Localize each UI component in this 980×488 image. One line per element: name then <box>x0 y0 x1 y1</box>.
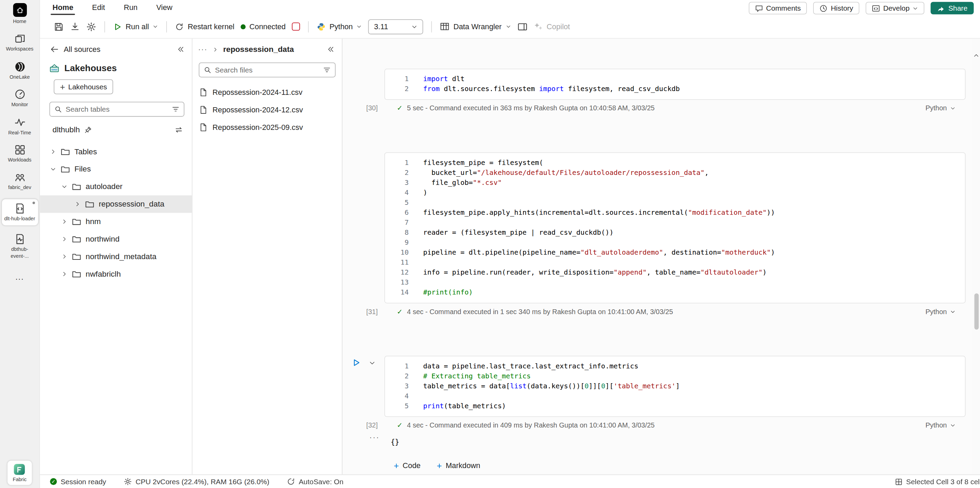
code-line[interactable]: 13 <box>385 278 965 288</box>
code-text[interactable]: info = pipeline.run(reader, write_dispos… <box>423 268 767 278</box>
tab-home[interactable]: Home <box>51 2 75 14</box>
code-editor[interactable]: 1data = pipeline.last_trace.last_extract… <box>384 356 966 417</box>
code-text[interactable]: pipeline = dlt.pipeline(pipeline_name="d… <box>423 248 775 258</box>
switch-lakehouse-icon[interactable] <box>175 125 183 134</box>
search-tables-input[interactable] <box>66 106 168 113</box>
filter-icon[interactable] <box>172 106 179 113</box>
code-line[interactable]: 4 <box>385 391 965 401</box>
tree-item-tables[interactable]: Tables <box>40 143 192 160</box>
rail-item-fabric-dev[interactable]: fabric_dev <box>2 172 38 192</box>
code-line[interactable]: 14#print(info) <box>385 288 965 298</box>
chevron-right-icon[interactable] <box>61 253 67 260</box>
code-text[interactable]: reader = (filesystem_pipe | read_csv_duc… <box>423 228 614 238</box>
rail-more-button[interactable]: ... <box>16 272 24 282</box>
history-button[interactable]: History <box>813 2 859 14</box>
rail-item-workspaces[interactable]: Workspaces <box>2 33 38 53</box>
chevron-right-icon[interactable] <box>50 149 56 155</box>
code-text[interactable]: table_metrics = data[list(data.keys())[0… <box>423 382 680 391</box>
code-text[interactable] <box>423 198 427 208</box>
code-line[interactable]: 7 <box>385 218 965 228</box>
code-line[interactable]: 3 file_glob="*.csv" <box>385 178 965 188</box>
tree-item-repossession-data[interactable]: repossession_data <box>40 196 192 213</box>
tree-item-autoloader[interactable]: autoloader <box>40 178 192 196</box>
code-line[interactable]: 12info = pipeline.run(reader, write_disp… <box>385 268 965 278</box>
copilot-button[interactable]: Copilot <box>533 22 570 31</box>
collapse-panel-icon[interactable] <box>177 46 185 53</box>
code-cell-3[interactable]: 1data = pipeline.last_trace.last_extract… <box>384 356 966 470</box>
autosave-status[interactable]: AutoSave: On <box>287 477 344 486</box>
file-item[interactable]: Repossession-2024-12.csv <box>192 101 342 119</box>
develop-button[interactable]: Develop <box>866 2 924 14</box>
all-sources-link[interactable]: All sources <box>64 45 100 54</box>
session-status[interactable]: ✓ Session ready <box>50 478 106 485</box>
fabric-branding[interactable]: Fabric <box>8 461 31 485</box>
rail-item-home[interactable]: Home <box>2 3 38 25</box>
language-picker[interactable]: Python <box>317 22 362 30</box>
code-editor[interactable]: 1filesystem_pipe = filesystem(2 bucket_u… <box>384 152 966 303</box>
code-line[interactable]: 2# Extracting table_metrics <box>385 371 965 382</box>
code-text[interactable]: # Extracting table_metrics <box>423 371 531 382</box>
tab-run[interactable]: Run <box>123 2 139 14</box>
code-text[interactable]: filesystem_pipe = filesystem( <box>423 158 543 168</box>
code-text[interactable]: ) <box>423 188 427 198</box>
add-markdown-cell-button[interactable]: + Markdown <box>437 461 480 470</box>
code-line[interactable]: 8reader = (filesystem_pipe | read_csv_du… <box>385 228 965 238</box>
file-item[interactable]: Repossession-2025-09.csv <box>192 119 342 136</box>
data-wrangler-button[interactable]: Data Wrangler <box>441 22 511 31</box>
cell-language-picker[interactable]: Python <box>925 104 966 112</box>
save-icon[interactable] <box>54 22 64 32</box>
resource-usage[interactable]: CPU 2vCores (22.4%), RAM 16G (26.0%) <box>124 477 269 486</box>
run-all-button[interactable]: Run all <box>113 22 158 30</box>
cell-language-picker[interactable]: Python <box>925 421 966 429</box>
scrollbar-thumb[interactable] <box>975 293 979 330</box>
code-line[interactable]: 3table_metrics = data[list(data.keys())[… <box>385 382 965 391</box>
code-line[interactable]: 10pipeline = dlt.pipeline(pipeline_name=… <box>385 248 965 258</box>
download-icon[interactable] <box>70 22 80 32</box>
chevron-right-icon[interactable] <box>61 271 67 277</box>
code-line[interactable]: 1data = pipeline.last_trace.last_extract… <box>385 361 965 371</box>
tree-item-hnm[interactable]: hnm <box>40 213 192 230</box>
rail-item-realtime[interactable]: Real-Time <box>2 117 38 136</box>
code-text[interactable]: import dlt <box>423 74 465 84</box>
code-text[interactable]: filesystem_pipe.apply_hints(incremental=… <box>423 208 775 218</box>
tab-view[interactable]: View <box>155 2 174 14</box>
python-version-select[interactable]: 3.11 <box>369 19 423 34</box>
add-code-cell-button[interactable]: + Code <box>394 461 420 470</box>
breadcrumb-more-icon[interactable]: ··· <box>198 45 207 54</box>
add-lakehouse-button[interactable]: + Lakehouses <box>54 79 113 95</box>
code-cell-2[interactable]: 1filesystem_pipe = filesystem(2 bucket_u… <box>384 152 966 318</box>
settings-gear-icon[interactable] <box>86 22 96 32</box>
chevron-right-icon[interactable] <box>61 219 67 225</box>
code-text[interactable]: file_glob="*.csv" <box>423 178 502 188</box>
code-cell-1[interactable]: 1import dlt2from dlt.sources.filesystem … <box>384 69 966 115</box>
code-line[interactable]: 9 <box>385 238 965 248</box>
code-text[interactable] <box>423 218 427 228</box>
run-cell-button[interactable] <box>352 358 361 367</box>
chevron-right-icon[interactable] <box>61 236 67 242</box>
code-line[interactable]: 5 <box>385 198 965 208</box>
rail-item-dbthub-event[interactable]: dbthub-event-... <box>2 234 38 260</box>
code-line[interactable]: 5print(table_metrics) <box>385 401 965 411</box>
code-text[interactable] <box>423 258 427 268</box>
code-line[interactable]: 1import dlt <box>385 74 965 84</box>
restart-kernel-button[interactable]: Restart kernel <box>175 22 234 30</box>
code-line[interactable]: 2 bucket_url="/lakehouse/default/Files/a… <box>385 168 965 178</box>
collapse-panel-icon[interactable] <box>327 46 334 53</box>
chevron-down-icon[interactable] <box>61 184 67 190</box>
tree-item-nwfabriclh[interactable]: nwfabriclh <box>40 265 192 283</box>
kernel-status[interactable]: Connected <box>240 22 286 30</box>
code-line[interactable]: 2from dlt.sources.filesystem import file… <box>385 84 965 94</box>
cell-language-picker[interactable]: Python <box>925 307 966 315</box>
rail-item-onelake[interactable]: OneLake <box>2 61 38 81</box>
back-arrow-icon[interactable] <box>50 45 59 54</box>
stop-session-button[interactable] <box>292 22 300 30</box>
file-item[interactable]: Repossession-2024-11.csv <box>192 84 342 101</box>
tree-item-files[interactable]: Files <box>40 160 192 178</box>
comments-button[interactable]: Comments <box>748 2 807 14</box>
chevron-right-icon[interactable] <box>74 201 81 207</box>
rail-item-dlt-hub-loader[interactable]: dlt-hub-loader <box>2 199 38 225</box>
rail-item-workloads[interactable]: Workloads <box>2 144 38 163</box>
code-text[interactable]: data = pipeline.last_trace.last_extract_… <box>423 361 638 371</box>
files-breadcrumb-title[interactable]: repossession_data <box>223 45 294 54</box>
pin-icon[interactable] <box>84 126 92 134</box>
